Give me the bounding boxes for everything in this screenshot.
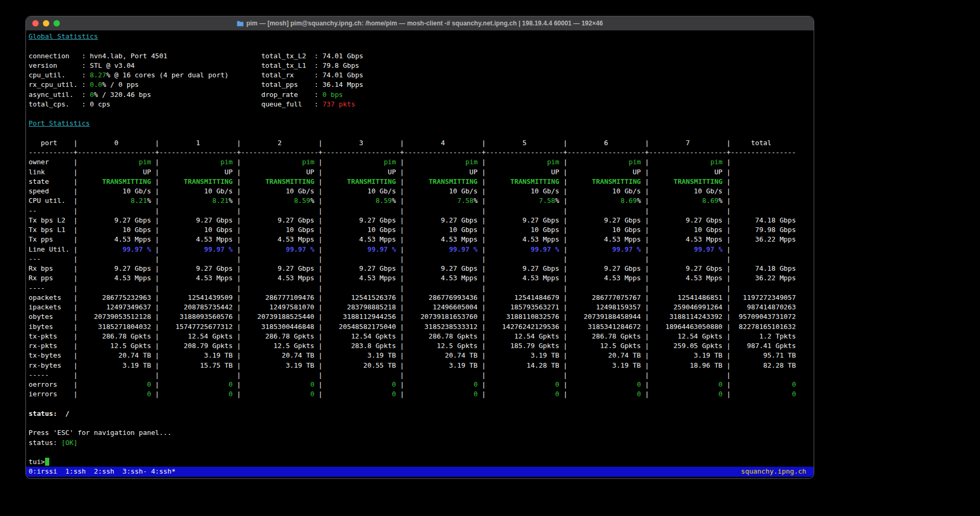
port-table-row-ibytes: ibytes | 3185271804032 | 15747725677312 … bbox=[29, 322, 811, 332]
blank-line bbox=[29, 419, 811, 428]
cell-value: 0 bbox=[637, 390, 641, 398]
port-table-row-tx-bytes: tx-bytes | 20.74 TB | 3.19 TB | 20.74 TB… bbox=[29, 351, 811, 360]
cell-value: pim bbox=[629, 158, 641, 166]
blank-line bbox=[29, 129, 811, 138]
cpu-util-value: 8.21 bbox=[131, 197, 147, 204]
port-table-row-Tx-pps: Tx pps | 4.53 Mpps | 4.53 Mpps | 4.53 Mp… bbox=[29, 235, 811, 244]
minimize-button[interactable] bbox=[43, 20, 49, 26]
cpu-util-value: 8.59 bbox=[376, 197, 392, 204]
blank-line bbox=[29, 399, 811, 409]
global-stat-line: connection : hvn4.lab, Port 4501 total_t… bbox=[29, 51, 811, 61]
blank-line bbox=[29, 109, 811, 119]
cell-value: 99.97 % bbox=[368, 245, 396, 253]
port-statistics-heading: Port Statistics bbox=[29, 119, 90, 127]
port-table-row--: ----- | | | | | | | | | bbox=[29, 370, 811, 380]
port-table-row-Line-Util-: Line Util. | 99.97 % | 99.97 % | 99.97 %… bbox=[29, 245, 811, 254]
tui-prompt: tui> bbox=[29, 458, 45, 466]
total-value: 0 bbox=[792, 390, 796, 398]
cell-value: 99.97 % bbox=[531, 245, 559, 253]
status-ok-label: status: bbox=[29, 439, 61, 447]
cell-value: pim bbox=[466, 158, 478, 166]
cell-value: 0 bbox=[229, 390, 233, 398]
zoom-button[interactable] bbox=[54, 20, 60, 26]
cell-value: 0 bbox=[310, 380, 315, 388]
status-spinner-line: status: / bbox=[29, 409, 811, 419]
status-ok-line: status: [OK] bbox=[29, 438, 811, 448]
stat-value: 74.01 Gbps bbox=[323, 71, 363, 79]
stat-value: 36.14 Mpps bbox=[323, 81, 363, 88]
close-button[interactable] bbox=[32, 20, 39, 26]
total-value: 0 bbox=[792, 380, 796, 388]
port-table-row-obytes: obytes | 20739053512128 | 3188093560576 … bbox=[29, 312, 811, 322]
cell-value: 99.97 % bbox=[694, 245, 723, 253]
port-table-row-link: link | UP | UP | UP | UP | UP | UP | UP … bbox=[29, 167, 811, 177]
cell-value: TRANSMITTING bbox=[429, 177, 477, 185]
cell-value: 0 bbox=[474, 380, 478, 388]
cell-value: TRANSMITTING bbox=[673, 177, 722, 185]
cpu-util-value: 8.69 bbox=[702, 197, 719, 204]
tui-prompt-line[interactable]: tui> bbox=[29, 457, 811, 467]
port-table-row-Rx-bps: Rx bps | 9.27 Gbps | 9.27 Gbps | 9.27 Gb… bbox=[29, 264, 811, 273]
cell-value: TRANSMITTING bbox=[347, 177, 396, 185]
port-table-row--: -- | | | | | | | | | bbox=[29, 206, 811, 216]
port-table-row-speed: speed | 10 Gb/s | 10 Gb/s | 10 Gb/s | 10… bbox=[29, 186, 811, 196]
cell-value: pim bbox=[547, 158, 559, 166]
cell-value: 0 bbox=[310, 390, 315, 398]
titlebar[interactable]: pim — [mosh] pim@squanchy.ipng.ch: /home… bbox=[26, 16, 814, 31]
screen-statusbar: 0:irssi 1:ssh 2:ssh 3:ssh- 4:ssh*squanch… bbox=[26, 467, 814, 476]
port-table-row--: --- | | | | | | | | | bbox=[29, 254, 811, 264]
global-statistics-heading: Global Statistics bbox=[29, 32, 98, 40]
cell-value: pim bbox=[220, 158, 233, 166]
port-stats-heading-line: Port Statistics bbox=[29, 119, 811, 128]
window-title: pim — [mosh] pim@squanchy.ipng.ch: /home… bbox=[246, 20, 603, 27]
statusbar-hostname: squanchy.ipng.ch bbox=[741, 467, 806, 476]
cell-value: TRANSMITTING bbox=[184, 177, 233, 185]
cell-value: TRANSMITTING bbox=[102, 177, 151, 185]
cell-value: 0 bbox=[392, 380, 396, 388]
port-table-separator: -----------+-------------------+--------… bbox=[29, 148, 811, 157]
cell-value: 0 bbox=[474, 390, 478, 398]
port-table-row--: ---- | | | | | | | | | bbox=[29, 283, 811, 293]
cpu-util-value: 7.58 bbox=[539, 197, 555, 204]
port-table-row-Tx-bps-L1: Tx bps L1 | 10 Gbps | 10 Gbps | 10 Gbps … bbox=[29, 225, 811, 235]
port-table-row-state: state | TRANSMITTING | TRANSMITTING | TR… bbox=[29, 177, 811, 186]
folder-icon bbox=[237, 21, 244, 26]
window-title-wrap: pim — [mosh] pim@squanchy.ipng.ch: /home… bbox=[26, 16, 814, 30]
cell-value: TRANSMITTING bbox=[510, 177, 559, 185]
statusbar-windows: 0:irssi 1:ssh 2:ssh 3:ssh- 4:ssh* bbox=[29, 467, 175, 476]
cpu-util-value: 8.69 bbox=[620, 197, 637, 204]
cell-value: pim bbox=[710, 158, 723, 166]
cell-value: TRANSMITTING bbox=[592, 177, 640, 185]
esc-hint-line: Press 'ESC' for navigation panel... bbox=[29, 428, 811, 438]
cpu-util-value: 8.59 bbox=[294, 197, 310, 204]
stat-value-highlight: 0 bbox=[90, 91, 94, 99]
stat-value: 74.01 Gbps bbox=[323, 52, 363, 60]
cell-value: 99.97 % bbox=[286, 245, 314, 253]
terminal[interactable]: Global Statistics connection : hvn4.lab,… bbox=[26, 31, 814, 478]
cell-value: pim bbox=[139, 158, 151, 166]
port-table-row-owner: owner | pim | pim | pim | pim | pim | pi… bbox=[29, 157, 811, 167]
stat-value: 737 pkts bbox=[323, 100, 355, 108]
cell-value: 99.97 % bbox=[612, 245, 641, 253]
port-table-row-rx-pkts: rx-pkts | 12.5 Gpkts | 208.79 Gpkts | 12… bbox=[29, 341, 811, 351]
port-table-row-opackets: opackets | 286775232963 | 12541439509 | … bbox=[29, 293, 811, 303]
global-stats-heading-line: Global Statistics bbox=[29, 32, 811, 41]
port-table-row-CPU-util-: CPU util. | 8.21% | 8.21% | 8.59% | 8.59… bbox=[29, 196, 811, 206]
cell-value: 0 bbox=[718, 390, 723, 398]
port-table-row-rx-bytes: rx-bytes | 3.19 TB | 15.75 TB | 3.19 TB … bbox=[29, 361, 811, 370]
stat-value-highlight: 0.0 bbox=[90, 81, 102, 88]
stat-value: 0 bps bbox=[323, 91, 343, 99]
cell-value: 0 bbox=[637, 380, 641, 388]
status-ok-badge: [OK] bbox=[61, 439, 78, 447]
port-table-row-oerrors: oerrors | 0 | 0 | 0 | 0 | 0 | 0 | 0 | 0 … bbox=[29, 380, 811, 389]
cell-value: 99.97 % bbox=[204, 245, 233, 253]
global-stat-line: async_util. : 0% / 320.46 bps drop_rate … bbox=[29, 90, 811, 100]
cell-value: 0 bbox=[555, 380, 559, 388]
cpu-util-value: 7.58 bbox=[457, 197, 474, 204]
global-stat-line: rx_cpu_util. : 0.0% / 0 pps total_pps : … bbox=[29, 80, 811, 90]
global-stats-block: connection : hvn4.lab, Port 4501 total_t… bbox=[29, 51, 811, 110]
cell-value: 0 bbox=[147, 390, 151, 398]
cell-value: 0 bbox=[555, 390, 559, 398]
terminal-window: pim — [mosh] pim@squanchy.ipng.ch: /home… bbox=[25, 16, 814, 479]
port-table-header: port | 0 | 1 | 2 | 3 | 4 | 5 | 6 | 7 | t… bbox=[29, 138, 811, 148]
